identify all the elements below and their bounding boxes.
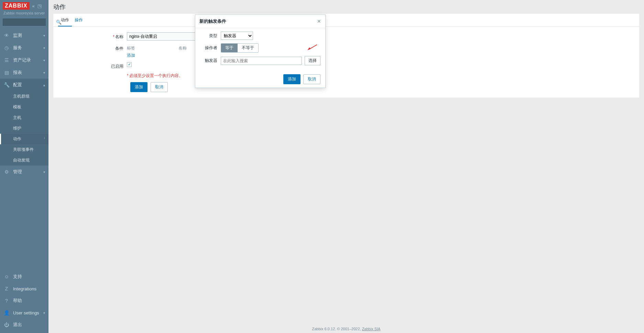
modal-title: 新的触发条件 xyxy=(199,18,226,24)
row-error: *必须至少设置一个执行内容。 xyxy=(58,73,634,79)
chevron-down-icon: ▾ xyxy=(43,71,45,75)
sidebar: ZABBIX « ◳ Zabbix mooreyxia server 🔍 👁 监… xyxy=(0,0,48,102)
label-text: 名称 xyxy=(115,34,123,39)
subnav-hostgroups[interactable]: 主机群组 xyxy=(0,91,48,102)
enabled-checkbox[interactable]: ✓ xyxy=(127,62,132,67)
row-type: 类型 触发器 xyxy=(200,32,320,40)
wrench-icon: 🔧 xyxy=(3,82,10,88)
cancel-button[interactable]: 取消 xyxy=(151,82,168,92)
operator-toggle: 等于 不等于 xyxy=(221,43,259,53)
row-enabled: 已启用 ✓ xyxy=(58,62,634,69)
action-form: *名称 条件 标签 名称 添加 已启用 xyxy=(53,27,639,98)
modal-cancel-button[interactable]: 取消 xyxy=(303,74,320,84)
list-icon: ☰ xyxy=(3,57,10,63)
logo-row: ZABBIX « ◳ xyxy=(0,0,48,10)
nav-label: 资产记录 xyxy=(13,57,31,63)
row-name: *名称 xyxy=(58,32,634,41)
chart-icon: ▤ xyxy=(3,70,10,75)
eye-icon: 👁 xyxy=(3,33,10,38)
nav-reports[interactable]: ▤ 报表 ▾ xyxy=(0,66,48,79)
label-name: *名称 xyxy=(58,32,127,40)
page-title: 动作 xyxy=(48,0,644,14)
search-icon[interactable]: 🔍 xyxy=(56,20,62,25)
chevron-down-icon: ▾ xyxy=(43,46,45,50)
config-submenu: 主机群组 模板 主机 维护 动作 › 关联项事件 自动发现 xyxy=(0,91,48,102)
search-box[interactable]: 🔍 xyxy=(3,19,46,26)
error-message: *必须至少设置一个执行内容。 xyxy=(127,73,183,78)
content-box: 动作 操作 *名称 条件 标签 名称 添加 xyxy=(53,14,639,98)
search-input[interactable] xyxy=(4,20,56,25)
row-operator: 操作者 等于 不等于 xyxy=(200,43,320,53)
modal-header: 新的触发条件 ✕ xyxy=(195,15,325,28)
expand-icon[interactable]: ◳ xyxy=(37,3,42,9)
tabs: 动作 操作 xyxy=(53,14,639,27)
modal-footer: 添加 取消 xyxy=(195,71,325,88)
trigger-search-input[interactable] xyxy=(221,57,302,65)
row-trigger: 触发器 选择 xyxy=(200,56,320,65)
label-type: 类型 xyxy=(200,33,221,39)
row-conditions: 条件 标签 名称 添加 xyxy=(58,44,634,58)
nav-label: 配置 xyxy=(13,82,22,88)
nav-monitoring[interactable]: 👁 监测 ▾ xyxy=(0,29,48,42)
label-enabled: 已启用 xyxy=(58,62,127,69)
nav-inventory[interactable]: ☰ 资产记录 ▾ xyxy=(0,54,48,66)
search-row: 🔍 xyxy=(0,17,48,27)
nav-services[interactable]: ◷ 服务 ▾ xyxy=(0,42,48,54)
col-name: 名称 xyxy=(178,45,187,51)
zabbix-logo[interactable]: ZABBIX xyxy=(3,2,30,10)
type-select[interactable]: 触发器 xyxy=(221,32,253,40)
label-operator: 操作者 xyxy=(200,45,221,51)
modal-add-button[interactable]: 添加 xyxy=(283,74,301,84)
chevron-up-icon: ▴ xyxy=(43,83,45,87)
add-button[interactable]: 添加 xyxy=(130,82,148,92)
nav-configuration[interactable]: 🔧 配置 ▴ xyxy=(0,79,48,91)
nav-label: 报表 xyxy=(13,69,22,76)
label-conditions: 条件 xyxy=(58,44,127,52)
collapse-icon[interactable]: « xyxy=(32,3,35,9)
nav-label: 服务 xyxy=(13,45,22,51)
server-name: Zabbix mooreyxia server xyxy=(0,10,48,17)
new-condition-modal: 新的触发条件 ✕ 类型 触发器 操作者 等于 不等于 触发器 选择 xyxy=(195,14,326,88)
op-equals[interactable]: 等于 xyxy=(221,44,238,52)
select-trigger-button[interactable]: 选择 xyxy=(305,56,320,65)
nav-label: 监测 xyxy=(13,32,22,38)
chevron-down-icon: ▾ xyxy=(43,34,45,37)
clock-icon: ◷ xyxy=(3,45,10,51)
main-nav: 👁 监测 ▾ ◷ 服务 ▾ ☰ 资产记录 ▾ ▤ 报表 ▾ 🔧 配置 ▴ 主机群… xyxy=(0,29,48,102)
subnav-templates[interactable]: 模板 xyxy=(0,102,48,102)
op-not-equals[interactable]: 不等于 xyxy=(238,44,258,52)
label-trigger: 触发器 xyxy=(200,58,221,64)
col-label: 标签 xyxy=(127,45,178,51)
chevron-down-icon: ▾ xyxy=(43,58,45,62)
tab-operations[interactable]: 操作 xyxy=(72,14,86,26)
error-text: 必须至少设置一个执行内容。 xyxy=(129,73,183,78)
main-content: 动作 动作 操作 *名称 条件 标签 名称 xyxy=(48,0,644,98)
close-icon[interactable]: ✕ xyxy=(317,19,321,24)
modal-body: 类型 触发器 操作者 等于 不等于 触发器 选择 xyxy=(195,28,325,71)
